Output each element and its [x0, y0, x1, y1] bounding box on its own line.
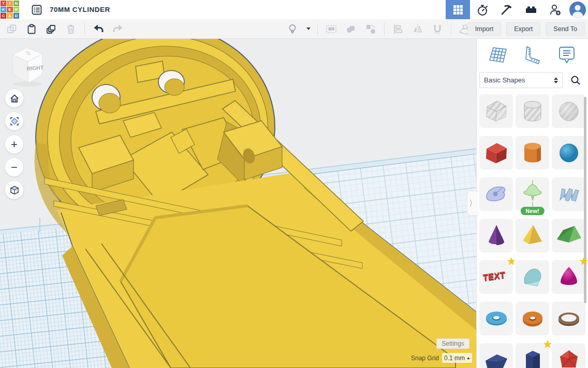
- paraboloid-shape[interactable]: ★: [552, 260, 585, 294]
- top-bar: TIN KER CAD 70MM CYLINDER: [0, 0, 588, 19]
- merge-icon[interactable]: [342, 21, 360, 37]
- workplane-tool-icon[interactable]: [486, 44, 510, 67]
- star-badge-icon: ★: [507, 255, 516, 267]
- zoom-out-button[interactable]: −: [5, 158, 24, 177]
- grid-view-icon[interactable]: [446, 0, 470, 19]
- undo-icon[interactable]: [90, 21, 107, 37]
- scene[interactable]: [0, 39, 476, 368]
- avatar[interactable]: [567, 0, 588, 19]
- show-all-caret-icon[interactable]: [303, 21, 313, 37]
- icosahedron-shape[interactable]: [552, 343, 585, 368]
- view-cube[interactable]: RIGHT: [7, 43, 48, 88]
- lego-brick-icon[interactable]: [519, 0, 543, 19]
- flip-icon[interactable]: [409, 21, 427, 37]
- perspective-button[interactable]: [5, 180, 24, 200]
- star-badge-icon: ★: [543, 338, 552, 350]
- send-to-button[interactable]: Send To: [546, 22, 585, 36]
- ungroup-icon[interactable]: [362, 21, 379, 37]
- show-all-bulb-icon[interactable]: [284, 21, 301, 37]
- round-roof-shape[interactable]: [516, 260, 549, 294]
- magnet-icon[interactable]: [429, 21, 446, 37]
- divider: [384, 23, 385, 35]
- hole-box-shape[interactable]: [479, 94, 513, 128]
- hole-cylinder-shape[interactable]: [516, 94, 549, 128]
- edit-toolbar: Import Export Send To: [0, 19, 588, 39]
- shape-grid: New!: [477, 88, 588, 368]
- polygon-shape[interactable]: [479, 343, 513, 368]
- new-badge: New!: [520, 207, 544, 215]
- ruler-tool-icon[interactable]: [520, 44, 544, 67]
- add-collaborator-icon[interactable]: [543, 0, 567, 19]
- sphere-shape[interactable]: [552, 136, 585, 169]
- view-cube-face-label: RIGHT: [26, 64, 44, 72]
- search-button[interactable]: [566, 72, 585, 88]
- zoom-in-button[interactable]: +: [5, 135, 24, 154]
- dropup-arrow-icon: [467, 357, 470, 359]
- snap-grid-dropdown[interactable]: 0.1 mm: [442, 353, 472, 363]
- import-button[interactable]: Import: [467, 22, 501, 36]
- design-title: 70MM CYLINDER: [50, 6, 110, 13]
- search-icon: [570, 75, 581, 86]
- tube-shape[interactable]: [552, 302, 585, 335]
- align-icon[interactable]: [389, 21, 407, 37]
- design-menu-icon[interactable]: [31, 4, 42, 16]
- scribble-shape[interactable]: [479, 177, 513, 211]
- panel-scrollbar[interactable]: [584, 97, 586, 303]
- hole-sphere-shape[interactable]: [552, 94, 585, 128]
- notes-tool-icon[interactable]: [555, 44, 579, 67]
- box-shape[interactable]: [479, 136, 513, 169]
- redo-icon[interactable]: [109, 21, 127, 37]
- divider: [317, 23, 318, 35]
- divider: [451, 23, 451, 35]
- viewport-3d[interactable]: [0, 39, 476, 368]
- export-button[interactable]: Export: [506, 22, 540, 36]
- home-button[interactable]: [5, 89, 24, 108]
- delete-icon[interactable]: [62, 21, 80, 37]
- torus-shape[interactable]: [479, 302, 513, 335]
- settings-button[interactable]: Settings: [436, 338, 469, 349]
- shapes-panel: Basic Shapes: [476, 39, 588, 368]
- roof-shape[interactable]: [552, 219, 585, 252]
- fit-view-button[interactable]: [5, 111, 24, 131]
- divider: [84, 23, 85, 35]
- cylinder-shape[interactable]: [516, 136, 549, 169]
- duplicate-icon[interactable]: [42, 21, 60, 37]
- dropdown-sort-arrows-icon: [554, 77, 558, 83]
- squiggle-shape[interactable]: [552, 177, 585, 211]
- cone-shape[interactable]: [479, 219, 513, 252]
- minecraft-pickaxe-icon[interactable]: [494, 0, 519, 19]
- snap-grid-label: Snap Grid: [411, 355, 439, 362]
- star-badge-icon: ★: [579, 255, 588, 267]
- torus-thick-shape[interactable]: [516, 302, 549, 335]
- hexagonal-prism-shape[interactable]: ★: [516, 343, 549, 368]
- shape-category-dropdown[interactable]: Basic Shapes: [479, 72, 563, 88]
- top-shape[interactable]: New!: [516, 177, 549, 211]
- panel-collapse-chevron[interactable]: 〉: [467, 191, 478, 216]
- copy-icon[interactable]: [3, 21, 21, 37]
- pyramid-shape[interactable]: [516, 219, 549, 252]
- group-icon[interactable]: [322, 21, 340, 37]
- paste-icon[interactable]: [23, 21, 40, 37]
- stopwatch-icon[interactable]: [470, 0, 494, 19]
- tinkercad-logo[interactable]: TIN KER CAD: [0, 0, 20, 19]
- text-shape[interactable]: TEXT TEXT ★: [479, 260, 513, 294]
